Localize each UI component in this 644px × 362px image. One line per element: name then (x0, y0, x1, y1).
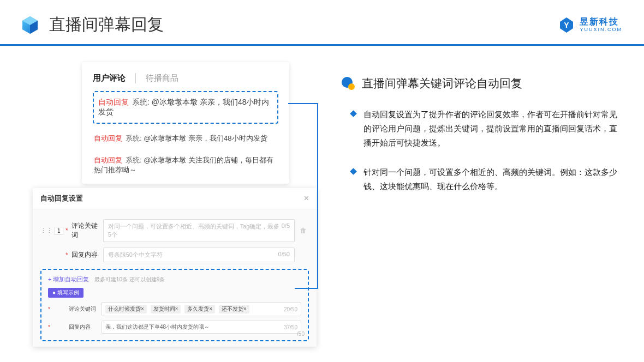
bullet-item: 自动回复设置为了提升作者的评论回复效率，作者可在开播前针对常见的评论用户问题，提… (351, 107, 622, 150)
reply-field-row: * 回复内容 每条限50个中文字符 0/50 (40, 248, 309, 262)
brand-name: 昱新科技 (580, 17, 622, 26)
tab-user-comments[interactable]: 用户评论 (93, 73, 136, 83)
counter: 0/50 (278, 251, 290, 259)
auto-reply-settings-panel: 自动回复设置 × ⋮⋮1 * 评论关键词 对同一个问题，可设置多个相近、高频的关… (33, 188, 317, 347)
keyword-tag[interactable]: 多久发货× (184, 305, 215, 313)
system-label: 系统: (126, 134, 142, 142)
settings-title: 自动回复设置 (40, 194, 83, 203)
reply-input[interactable]: 每条限50个中文字符 0/50 (103, 248, 295, 262)
left-column: 用户评论 待播商品 自动回复系统: @冰墩墩本墩 亲亲，我们48小时内发货 自动… (33, 62, 311, 347)
keyword-tag[interactable]: 发货时间× (151, 305, 181, 313)
brand-logo: Y 昱新科技 YUUXIN.COM (558, 16, 622, 34)
cube-icon (19, 14, 41, 36)
bullet-text: 自动回复设置为了提升作者的评论回复效率，作者可在开播前针对常见的评论用户问题，提… (363, 107, 622, 150)
comment-card: 用户评论 待播商品 自动回复系统: @冰墩墩本墩 亲亲，我们48小时内发货 自动… (82, 62, 289, 184)
auto-reply-tag: 自动回复 (94, 156, 122, 164)
add-auto-reply-link[interactable]: + 增加自动回复 (48, 276, 89, 282)
row-number: ⋮⋮1 (40, 227, 60, 235)
bullet-list: 自动回复设置为了提升作者的评论回复效率，作者可在开播前针对常见的评论用户问题，提… (341, 107, 622, 194)
auto-reply-tag: 自动回复 (94, 134, 122, 142)
comment-row: 自动回复系统: @冰墩墩本墩 亲亲，我们48小时内发货 (93, 130, 278, 147)
required-marker: * (65, 251, 68, 259)
system-label: 系统: (132, 98, 150, 106)
field-label: 评论关键词 (71, 221, 103, 240)
counter: 20/50 (284, 306, 297, 312)
add-hint: 最多可建10条 还可以创建9条 (94, 276, 165, 282)
field-label: 回复内容 (71, 250, 103, 260)
tabs: 用户评论 待播商品 (93, 73, 278, 83)
trash-icon[interactable]: 🗑 (298, 227, 309, 234)
svg-text:Y: Y (564, 21, 570, 29)
diamond-icon (350, 168, 357, 175)
section-head: 直播间弹幕关键词评论自动回复 (341, 76, 622, 91)
required-marker: * (65, 227, 68, 234)
page-title: 直播间弹幕回复 (49, 14, 558, 36)
brand-icon: Y (558, 16, 575, 34)
connector-line (317, 103, 318, 288)
right-column: 直播间弹幕关键词评论自动回复 自动回复设置为了提升作者的评论回复效率，作者可在开… (311, 62, 622, 347)
page-header: 直播间弹幕回复 Y 昱新科技 YUUXIN.COM (0, 0, 644, 46)
example-reply-input[interactable]: 亲，我们这边都是下单48小时内发货的哦～ 37/50 (102, 321, 301, 334)
comment-row: 自动回复系统: @冰墩墩本墩 关注我们的店铺，每日都有热门推荐呦～ (93, 152, 278, 178)
chat-bubble-icon (341, 76, 355, 90)
section-title: 直播间弹幕关键词评论自动回复 (362, 76, 522, 91)
highlighted-comment: 自动回复系统: @冰墩墩本墩 亲亲，我们48小时内发货 (93, 91, 278, 124)
system-label: 系统: (126, 156, 142, 164)
close-icon[interactable]: × (304, 194, 309, 203)
example-keyword-row: * 评论关键词 什么时候发货× 发货时间× 多久发货× 还不发货× 20/50 (48, 302, 301, 316)
example-keyword-input[interactable]: 什么时候发货× 发货时间× 多久发货× 还不发货× 20/50 (102, 302, 301, 316)
tab-pending-products[interactable]: 待播商品 (136, 73, 178, 83)
connector-line (295, 288, 318, 289)
example-badge: ● 填写示例 (48, 288, 84, 298)
example-reply-row: * 回复内容 亲，我们这边都是下单48小时内发货的哦～ 37/50 (48, 321, 301, 334)
svg-point-2 (348, 83, 355, 90)
counter: 37/50 (284, 324, 297, 330)
ex-label: 回复内容 (69, 323, 96, 331)
example-box: + 增加自动回复 最多可建10条 还可以创建9条 ● 填写示例 * 评论关键词 … (40, 269, 309, 341)
auto-reply-tag: 自动回复 (98, 98, 129, 106)
diamond-icon (350, 110, 357, 117)
keyword-tag[interactable]: 什么时候发货× (105, 305, 147, 313)
settings-header: 自动回复设置 × (33, 188, 317, 209)
keyword-field-row: ⋮⋮1 * 评论关键词 对同一个问题，可设置多个相近、高频的关键词，Tag确定，… (40, 219, 309, 242)
counter: 0/5 (282, 222, 290, 239)
comment-text: @冰墩墩本墩 亲亲，我们48小时内发货 (144, 134, 267, 142)
bullet-text: 针对同一个问题，可设置多个相近的、高频的关键词。例如：这款多少钱、这块能优惠吗、… (363, 165, 622, 194)
connector-line (288, 103, 318, 104)
stray-counter: /50 (297, 331, 305, 337)
keyword-tag[interactable]: 还不发货× (219, 305, 249, 313)
bullet-item: 针对同一个问题，可设置多个相近的、高频的关键词。例如：这款多少钱、这块能优惠吗、… (351, 165, 622, 194)
brand-url: YUUXIN.COM (580, 27, 622, 32)
ex-label: 评论关键词 (69, 305, 96, 313)
keyword-input[interactable]: 对同一个问题，可设置多个相近、高频的关键词，Tag确定，最多5个 0/5 (103, 219, 295, 242)
